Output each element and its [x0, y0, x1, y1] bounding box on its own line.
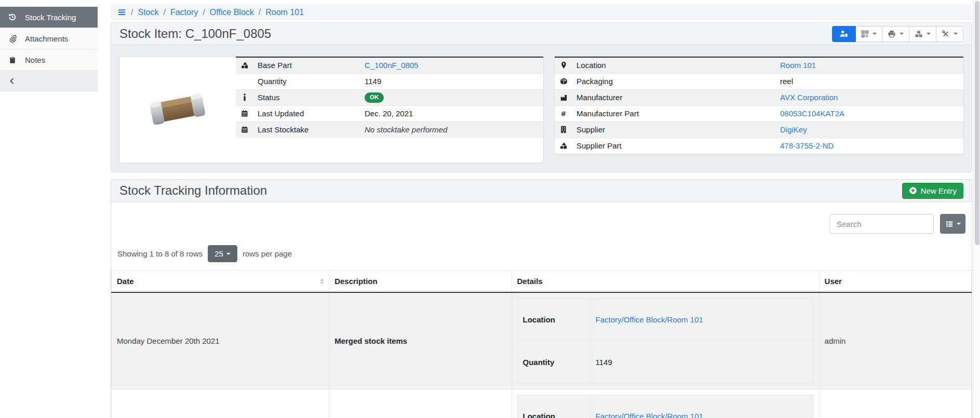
- status-badge: OK: [365, 92, 384, 103]
- table-row: Base Part C_100nF_0805: [236, 57, 543, 73]
- stock-item-details-table: Base Part C_100nF_0805 Quantity 1149 Sta…: [236, 57, 543, 138]
- base-part-link[interactable]: C_100nF_0805: [365, 61, 418, 70]
- entry-details-table: Location Factory/Office Block/Room 101 S…: [517, 395, 814, 418]
- new-entry-button[interactable]: New Entry: [902, 183, 963, 199]
- barcode-actions-button[interactable]: [855, 26, 882, 42]
- breadcrumb-separator: /: [131, 8, 133, 17]
- breadcrumb-link-room-101[interactable]: Room 101: [265, 8, 304, 17]
- page-scrollbar[interactable]: [973, 0, 980, 418]
- table-row: Supplier DigiKey: [555, 122, 963, 138]
- sidebar-item-label: Notes: [25, 56, 45, 64]
- sidebar-item-stock-tracking[interactable]: Stock Tracking: [0, 7, 98, 28]
- box-icon: [559, 77, 568, 85]
- stock-item-location-table: Location Room 101 Packaging reel Manufac…: [555, 57, 963, 154]
- paperclip-icon: [8, 35, 17, 43]
- part-thumbnail[interactable]: [119, 57, 236, 163]
- scrollbar-thumb[interactable]: [975, 1, 979, 245]
- shapes-icon: [559, 142, 568, 150]
- table-row: Monday December 20th 2021 Split from par…: [112, 389, 972, 418]
- page-title: Stock Item: C_100nF_0805: [119, 26, 271, 41]
- manufacturer-link[interactable]: AVX Corporation: [780, 93, 838, 102]
- detail-label: Last Stocktake: [253, 122, 360, 138]
- detail-label: Supplier Part: [572, 138, 776, 154]
- test-report-button[interactable]: [832, 26, 856, 42]
- packaging-value: reel: [776, 73, 963, 89]
- column-header-description: Description: [329, 271, 512, 293]
- calendar-icon: [240, 126, 249, 133]
- stock-item-details-card: Base Part C_100nF_0805 Quantity 1149 Sta…: [119, 56, 544, 163]
- entry-details-table: Location Factory/Office Block/Room 101 Q…: [517, 298, 814, 384]
- detail-label: Quantity: [253, 73, 360, 89]
- sidebar-item-label: Attachments: [25, 34, 68, 43]
- sidebar-item-notes[interactable]: Notes: [0, 49, 98, 71]
- info-icon: [240, 93, 249, 101]
- caret-down-icon: [900, 33, 904, 35]
- location-link[interactable]: Room 101: [780, 61, 816, 70]
- detail-label: Quantity: [517, 341, 590, 384]
- tracking-panel-title: Stock Tracking Information: [119, 183, 267, 198]
- history-icon: [8, 13, 17, 21]
- caret-down-icon: [957, 223, 961, 225]
- detail-location-link[interactable]: Factory/Office Block/Room 101: [596, 315, 703, 324]
- detail-label: Packaging: [572, 73, 776, 89]
- industry-icon: [559, 94, 568, 101]
- page-size-select[interactable]: 25: [208, 245, 237, 262]
- boxes-icon: [915, 30, 923, 38]
- stock-tracking-panel: Stock Tracking Information New Entry: [111, 179, 972, 418]
- rows-per-page-text: rows per page: [243, 249, 292, 258]
- page-size-value: 25: [214, 249, 223, 258]
- qrcode-icon: [861, 30, 869, 38]
- breadcrumb-link-office-block[interactable]: Office Block: [210, 8, 254, 17]
- stock-actions-button[interactable]: [909, 26, 936, 42]
- table-row: Manufacturer AVX Corporation: [555, 89, 963, 105]
- column-header-date[interactable]: Date: [112, 271, 329, 293]
- menu-icon[interactable]: [117, 8, 126, 16]
- manufacturer-part-link[interactable]: 08053C104KAT2A: [780, 109, 844, 118]
- caret-down-icon: [226, 253, 231, 255]
- table-columns-button[interactable]: [940, 214, 965, 234]
- breadcrumb-link-stock[interactable]: Stock: [138, 8, 158, 17]
- detail-label: Supplier: [572, 122, 776, 138]
- sort-icon[interactable]: [320, 278, 324, 285]
- table-row: # Manufacturer Part 08053C104KAT2A: [555, 105, 963, 122]
- table-row: Location Room 101: [555, 57, 963, 73]
- detail-location-link[interactable]: Factory/Office Block/Room 101: [596, 412, 703, 418]
- calendar-icon: [240, 110, 249, 117]
- caret-down-icon: [872, 33, 877, 35]
- supplier-link[interactable]: DigiKey: [780, 125, 807, 134]
- shapes-icon: [240, 61, 249, 69]
- detail-value: 1149: [590, 341, 813, 384]
- entry-date: Monday December 20th 2021: [112, 389, 329, 418]
- list-icon: [945, 220, 954, 228]
- stock-item-settings-button[interactable]: [936, 26, 963, 42]
- detail-label: Location: [572, 57, 776, 73]
- sidebar: Stock Tracking Attachments Notes: [0, 7, 98, 91]
- showing-rows-text: Showing 1 to 8 of 8 rows: [117, 249, 203, 258]
- stock-item-panel: Stock Item: C_100nF_0805: [111, 22, 972, 172]
- caret-down-icon: [927, 33, 931, 35]
- breadcrumb: / Stock / Factory / Office Block / Room …: [111, 4, 972, 20]
- detail-label: Status: [253, 89, 360, 105]
- sidebar-collapse-button[interactable]: [0, 71, 98, 91]
- new-entry-label: New Entry: [921, 186, 957, 195]
- stock-item-toolbar: [832, 26, 963, 42]
- column-header-details: Details: [512, 271, 819, 293]
- sidebar-item-attachments[interactable]: Attachments: [0, 28, 98, 49]
- tools-icon: [942, 30, 950, 38]
- clipboard-icon: [8, 56, 17, 64]
- column-header-user: User: [819, 271, 971, 293]
- search-input[interactable]: [830, 214, 934, 234]
- chevron-left-icon: [9, 77, 15, 85]
- print-actions-button[interactable]: [882, 26, 909, 42]
- map-marker-icon: [559, 61, 568, 69]
- supplier-part-link[interactable]: 478-3755-2-ND: [780, 141, 834, 150]
- table-row: Quantity 1149: [236, 73, 543, 89]
- detail-label: Location: [517, 395, 590, 418]
- table-row: Packaging reel: [555, 73, 963, 89]
- hashtag-icon: #: [561, 109, 566, 118]
- breadcrumb-link-factory[interactable]: Factory: [170, 8, 198, 17]
- table-row: Supplier Part 478-3755-2-ND: [555, 138, 963, 154]
- entry-user: admin: [819, 292, 971, 389]
- table-row: Last Updated Dec. 20, 2021: [236, 105, 543, 122]
- entry-date: Monday December 20th 2021: [112, 292, 329, 389]
